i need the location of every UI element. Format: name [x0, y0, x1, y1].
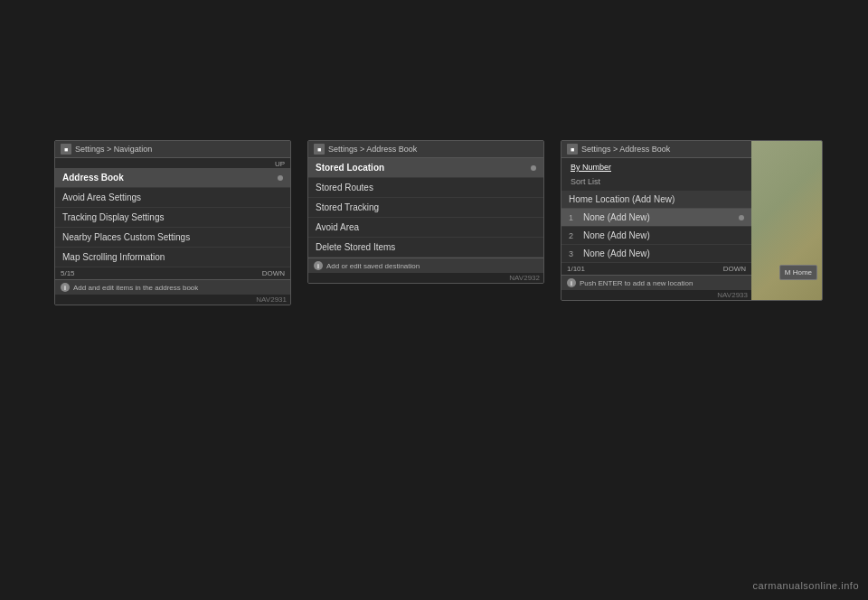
screen3-down-text: DOWN [723, 265, 746, 273]
screen3-breadcrumb: Settings > Address Book [581, 145, 670, 154]
info-icon: i [314, 261, 323, 270]
dot-icon [739, 215, 744, 220]
screen3-header: ■ Settings > Address Book [561, 141, 751, 158]
screen1-nav-id: NAV2931 [55, 295, 290, 305]
menu-item-label: Tracking Display Settings [62, 212, 164, 222]
menu-item-address-book[interactable]: Address Book [55, 168, 290, 188]
screens-container: ■ Settings > Navigation UP Address Book … [54, 140, 823, 305]
screen2-header: ■ Settings > Address Book [308, 141, 543, 158]
screen1-down-label: 5/15 DOWN [55, 267, 290, 279]
menu-item-delete-stored[interactable]: Delete Stored Items [308, 238, 543, 258]
menu-item-stored-routes[interactable]: Stored Routes [308, 178, 543, 198]
screen3-stored-locations: ■ Settings > Address Book By Number Sort… [561, 140, 823, 301]
screen3-status-text: Push ENTER to add a new location [580, 279, 693, 287]
menu-item-label: Avoid Area Settings [62, 192, 141, 202]
screen1-header: ■ Settings > Navigation [55, 141, 290, 158]
numbered-item-1[interactable]: 1 None (Add New) [561, 209, 751, 227]
dot-icon [531, 165, 536, 171]
menu-item-stored-tracking[interactable]: Stored Tracking [308, 198, 543, 218]
screen1-counter: 5/15 [61, 269, 75, 277]
info-icon: i [567, 278, 576, 287]
menu-item-avoid-area[interactable]: Avoid Area [308, 218, 543, 238]
info-icon: i [61, 283, 70, 292]
menu-item-stored-location[interactable]: Stored Location [308, 158, 543, 178]
item-number: 3 [569, 249, 578, 258]
screen2-status-bar: i Add or edit saved destination [308, 258, 543, 273]
screen2-nav-id: NAV2932 [308, 273, 543, 283]
sort-options: By Number Sort List [561, 158, 751, 191]
item-text: None (Add New) [583, 230, 744, 240]
watermark: carmanualsonline.info [752, 580, 859, 591]
screen1-navigation: ■ Settings > Navigation UP Address Book … [54, 140, 291, 305]
sort-list[interactable]: Sort List [567, 174, 746, 189]
screen1-down-text: DOWN [262, 269, 285, 277]
menu-item-nearby-places[interactable]: Nearby Places Custom Settings [55, 228, 290, 248]
screen1-status-bar: i Add and edit items in the address book [55, 279, 290, 295]
screen3-counter: 1/101 [567, 265, 585, 273]
screen3-down-label: 1/101 DOWN [561, 263, 751, 275]
numbered-item-3[interactable]: 3 None (Add New) [561, 245, 751, 263]
menu-item-label: Stored Location [316, 163, 384, 173]
dot-icon [278, 175, 283, 181]
sort-by-number[interactable]: By Number [567, 160, 746, 174]
numbered-item-2[interactable]: 2 None (Add New) [561, 227, 751, 245]
screen1-header-icon: ■ [61, 144, 71, 155]
page-background: ■ Settings > Navigation UP Address Book … [0, 0, 868, 600]
item-text: None (Add New) [583, 212, 733, 222]
menu-item-avoid-area[interactable]: Avoid Area Settings [55, 188, 290, 208]
screen2-breadcrumb: Settings > Address Book [328, 145, 417, 154]
menu-item-label: Delete Stored Items [316, 242, 395, 252]
screen2-address-book: ■ Settings > Address Book Stored Locatio… [307, 140, 544, 284]
item-number: 1 [569, 213, 578, 222]
screen1-breadcrumb: Settings > Navigation [75, 145, 152, 154]
menu-item-label: Address Book [62, 173, 124, 183]
screen1-up-label: UP [55, 158, 290, 168]
screen1-status-text: Add and edit items in the address book [73, 284, 198, 292]
menu-item-label: Stored Routes [316, 183, 373, 192]
menu-item-label: Stored Tracking [316, 202, 379, 212]
menu-item-tracking-display[interactable]: Tracking Display Settings [55, 208, 290, 228]
menu-item-map-scrolling[interactable]: Map Scrolling Information [55, 248, 290, 267]
menu-item-label: Nearby Places Custom Settings [62, 232, 190, 242]
item-text: None (Add New) [583, 248, 744, 258]
item-number: 2 [569, 231, 578, 240]
screen2-menu-list: Stored Location Stored Routes Stored Tra… [308, 158, 543, 258]
screen3-nav-id: NAV2933 [561, 290, 751, 300]
screen1-menu-list: Address Book Avoid Area Settings Trackin… [55, 168, 290, 267]
menu-item-label: Avoid Area [316, 222, 359, 232]
screen3-status-bar: i Push ENTER to add a new location [561, 275, 751, 290]
map-home-button[interactable]: M Home [779, 265, 817, 280]
home-location-item[interactable]: Home Location (Add New) [561, 191, 751, 209]
menu-item-label: Map Scrolling Information [62, 252, 165, 262]
screen3-header-icon: ■ [567, 144, 578, 155]
screen2-header-icon: ■ [314, 144, 325, 155]
screen2-status-text: Add or edit saved destination [326, 262, 420, 270]
